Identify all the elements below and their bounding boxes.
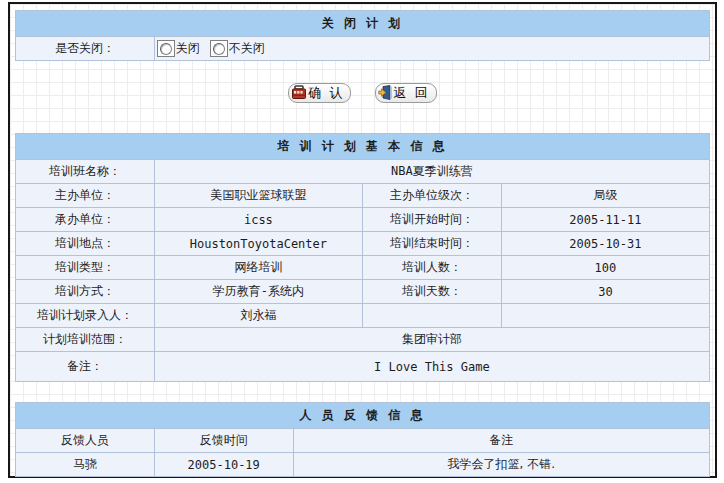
page: 关 闭 计 划 是否关闭： 关闭: [0, 0, 724, 483]
field-value: 局级: [501, 184, 709, 208]
radio-not-close-icon[interactable]: [213, 43, 225, 55]
field-label: 主办单位级次：: [362, 184, 501, 208]
back-button[interactable]: 返 回: [375, 83, 437, 103]
feedback-person: 马骁: [16, 453, 155, 477]
table-row: 主办单位： 美国职业篮球联盟 主办单位级次： 局级: [16, 184, 710, 208]
radio-not-close-label[interactable]: 不关闭: [229, 40, 265, 57]
field-value: icss: [154, 208, 362, 232]
field-label: 培训结束时间：: [362, 232, 501, 256]
column-header-time: 反馈时间: [154, 429, 293, 453]
field-value-empty: [501, 304, 709, 328]
close-question-label: 是否关闭：: [16, 37, 155, 61]
field-label: 培训计划录入人：: [16, 304, 155, 328]
table-row: 承办单位： icss 培训开始时间： 2005-11-11: [16, 208, 710, 232]
field-value: 100: [501, 256, 709, 280]
plan-info-header-row: 培 训 计 划 基 本 信 息: [16, 134, 710, 160]
field-label: 培训开始时间：: [362, 208, 501, 232]
spacer: [15, 104, 710, 133]
feedback-time: 2005-10-19: [154, 453, 293, 477]
field-value: NBA夏季训练营: [154, 160, 709, 184]
radio-option-close[interactable]: 关闭: [157, 40, 200, 57]
close-plan-title: 关 闭 计 划: [16, 11, 710, 37]
field-value: 30: [501, 280, 709, 304]
action-button-row: 确 认 返 回: [15, 82, 710, 104]
field-label: 培训班名称：: [16, 160, 155, 184]
radio-close-label[interactable]: 关闭: [176, 40, 200, 57]
field-value: 2005-10-31: [501, 232, 709, 256]
feedback-header-row: 人 员 反 馈 信 息: [16, 403, 710, 429]
table-row: 培训地点： HoustonToyotaCenter 培训结束时间： 2005-1…: [16, 232, 710, 256]
field-value: I Love This Game: [154, 352, 709, 382]
field-label: 承办单位：: [16, 208, 155, 232]
feedback-note: 我学会了扣篮, 不错.: [293, 453, 709, 477]
feedback-title: 人 员 反 馈 信 息: [16, 403, 710, 429]
radio-close-box[interactable]: [157, 40, 175, 57]
radio-close-icon[interactable]: [160, 43, 172, 55]
field-label: 培训方式：: [16, 280, 155, 304]
radio-not-close-box[interactable]: [210, 40, 228, 57]
table-row: 马骁 2005-10-19 我学会了扣篮, 不错.: [16, 453, 710, 477]
spacer: [15, 382, 710, 402]
close-plan-table: 关 闭 计 划 是否关闭： 关闭: [15, 10, 710, 61]
field-value: 2005-11-11: [501, 208, 709, 232]
close-plan-header-row: 关 闭 计 划: [16, 11, 710, 37]
feedback-table: 人 员 反 馈 信 息 反馈人员 反馈时间 备注 马骁 2005-10-19 我…: [15, 402, 710, 477]
field-value: 刘永福: [154, 304, 362, 328]
field-label: 培训地点：: [16, 232, 155, 256]
page-frame: 关 闭 计 划 是否关闭： 关闭: [8, 2, 717, 478]
plan-info-table: 培 训 计 划 基 本 信 息 培训班名称： NBA夏季训练营 主办单位： 美国…: [15, 133, 710, 382]
field-label: 备注：: [16, 352, 155, 382]
confirm-button[interactable]: 确 认: [288, 83, 351, 103]
table-row: 培训班名称： NBA夏季训练营: [16, 160, 710, 184]
table-row: 培训计划录入人： 刘永福: [16, 304, 710, 328]
page-content: 关 闭 计 划 是否关闭： 关闭: [10, 4, 715, 477]
column-header-note: 备注: [293, 429, 709, 453]
column-header-person: 反馈人员: [16, 429, 155, 453]
table-row: 培训方式： 学历教育-系统内 培训天数： 30: [16, 280, 710, 304]
field-label: 计划培训范围：: [16, 328, 155, 352]
field-value: HoustonToyotaCenter: [154, 232, 362, 256]
back-button-label: 返 回: [394, 84, 430, 102]
table-row: 备注： I Love This Game: [16, 352, 710, 382]
table-row: 培训类型： 网络培训 培训人数： 100: [16, 256, 710, 280]
close-options-cell: 关闭 不关闭: [154, 37, 709, 61]
close-plan-question-row: 是否关闭： 关闭: [16, 37, 710, 61]
confirm-button-label: 确 认: [308, 84, 344, 102]
field-value: 网络培训: [154, 256, 362, 280]
field-value: 学历教育-系统内: [154, 280, 362, 304]
field-label: 培训人数：: [362, 256, 501, 280]
field-label-empty: [362, 304, 501, 328]
radio-option-not-close[interactable]: 不关闭: [210, 40, 265, 57]
field-label: 培训天数：: [362, 280, 501, 304]
field-value: 美国职业篮球联盟: [154, 184, 362, 208]
feedback-column-header-row: 反馈人员 反馈时间 备注: [16, 429, 710, 453]
field-value: 集团审计部: [154, 328, 709, 352]
field-label: 主办单位：: [16, 184, 155, 208]
plan-info-title: 培 训 计 划 基 本 信 息: [16, 134, 710, 160]
confirm-toolbox-icon: [291, 85, 307, 100]
back-door-icon: [378, 85, 393, 100]
table-row: 计划培训范围： 集团审计部: [16, 328, 710, 352]
field-label: 培训类型：: [16, 256, 155, 280]
